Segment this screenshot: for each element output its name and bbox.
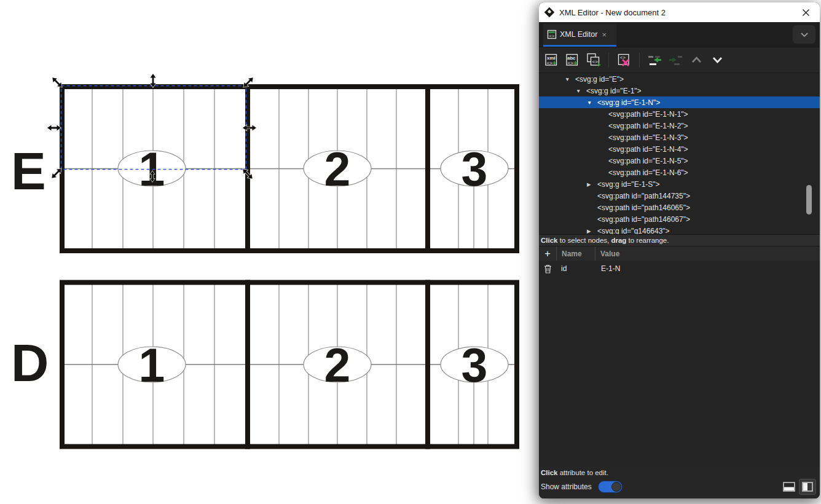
attribute-row[interactable]: id E-1-N <box>539 261 820 277</box>
tree-node[interactable]: <svg:path id="E-1-N-1"> <box>539 108 820 120</box>
tree-node[interactable]: <svg:path id="E-1-N-4"> <box>539 143 820 155</box>
tree-node-label: <svg:path id="E-1-N-2"> <box>608 122 688 130</box>
svg-text:+: + <box>597 61 600 68</box>
tree-node[interactable]: ▼<svg:g id="E"> <box>539 73 820 85</box>
dialog-title: XML Editor - New document 2 <box>559 8 666 17</box>
attribute-hint-text: Click attribute to edit. <box>539 467 820 479</box>
drawing-canvas[interactable]: 1 2 3 E <box>0 0 538 504</box>
tab-label: XML Editor <box>560 30 597 39</box>
tree-node-label: <svg:path id="E-1-N-6"> <box>608 168 688 177</box>
tree-node-label: <svg:path id="E-1-N-3"> <box>608 133 688 142</box>
plus-icon: + <box>544 248 551 259</box>
move-node-down-button[interactable] <box>709 52 726 68</box>
d-section-1-number: 1 <box>139 339 165 392</box>
svg-text:+: + <box>552 59 556 66</box>
svg-text:+: + <box>573 59 577 66</box>
show-attributes-toggle[interactable] <box>598 481 623 493</box>
horizontal-layout-button[interactable] <box>782 479 796 494</box>
show-attributes-label: Show attributes <box>541 482 592 491</box>
screen: 1 2 3 E <box>0 0 821 504</box>
d-row-label: D <box>11 334 49 392</box>
attribute-value[interactable]: E-1-N <box>595 264 820 273</box>
attributes-header: + Name Value <box>539 246 820 261</box>
tab-close-icon[interactable]: × <box>602 30 607 39</box>
svg-text:<>: <> <box>549 33 555 39</box>
e-section-2-number: 2 <box>324 143 351 195</box>
tree-node-label: <svg:g id="g146643"> <box>597 227 670 235</box>
vertical-split-icon <box>802 482 813 492</box>
dialog-footer: Show attributes <box>539 479 820 498</box>
add-attribute-button[interactable]: + <box>539 246 556 261</box>
attributes-empty-area <box>539 277 820 467</box>
tree-node-selected[interactable]: ▼<svg:g id="E-1-N"> <box>539 96 820 108</box>
tree-node-label: <svg:path id="E-1-N-1"> <box>608 110 688 119</box>
expander-icon[interactable]: ▼ <box>565 76 575 82</box>
toggle-knob <box>611 482 621 492</box>
selection-handle-w[interactable] <box>47 125 61 131</box>
e-row-label: E <box>11 142 46 200</box>
toolbar-separator <box>608 53 609 68</box>
chevron-down-icon <box>800 32 809 37</box>
tree-node-label: <svg:g id="E"> <box>575 75 624 84</box>
d-section-2-number: 2 <box>324 339 351 392</box>
new-text-node-button[interactable]: abc <> + <box>564 52 581 68</box>
unindent-node-button[interactable] <box>646 52 663 68</box>
expander-icon[interactable]: ▼ <box>576 88 586 94</box>
expander-icon[interactable]: ▼ <box>587 100 597 106</box>
tree-node-label: <svg:path id="E-1-N-5"> <box>608 157 688 165</box>
tree-node[interactable]: ▶<svg:g id="E-1-S"> <box>539 178 820 190</box>
tree-hint-text: Click to select nodes, drag to rearrange… <box>539 234 820 246</box>
tree-node-label: <svg:path id="path144735"> <box>597 192 690 200</box>
svg-text:<>: <> <box>620 55 626 60</box>
xml-editor-dialog: XML Editor - New document 2 <> XML Edito… <box>539 2 820 498</box>
close-button[interactable] <box>798 6 814 19</box>
tree-node[interactable]: <svg:path id="path146067"> <box>539 213 820 225</box>
vertical-layout-button[interactable] <box>799 479 816 495</box>
d-section-3-number: 3 <box>462 339 488 392</box>
e-section-3-number: 3 <box>462 143 488 195</box>
horizontal-split-icon <box>783 482 795 492</box>
tree-node[interactable]: <svg:path id="path146065"> <box>539 202 820 213</box>
tree-node[interactable]: <svg:path id="path144735"> <box>539 190 820 202</box>
xml-editor-tab-icon: <> <box>547 30 557 39</box>
tree-node[interactable]: <svg:path id="E-1-N-5"> <box>539 155 820 167</box>
attribute-name[interactable]: id <box>556 264 595 273</box>
close-icon <box>802 9 810 17</box>
attribute-name-header: Name <box>556 246 595 261</box>
duplicate-node-button[interactable]: <> + <box>585 52 602 68</box>
tree-node-label: <svg:g id="E-1"> <box>586 87 642 95</box>
tree-node[interactable]: <svg:path id="E-1-N-6"> <box>539 167 820 178</box>
move-node-up-button[interactable] <box>688 52 705 68</box>
tree-node[interactable]: ▶<svg:g id="g146643"> <box>539 225 820 234</box>
inkscape-logo-icon <box>544 7 555 18</box>
tree-node-label: <svg:path id="path146065"> <box>597 203 690 212</box>
attribute-value-header: Value <box>595 246 820 261</box>
dialog-titlebar[interactable]: XML Editor - New document 2 <box>539 2 820 22</box>
selection-handle-nw[interactable] <box>50 76 64 89</box>
tree-node[interactable]: ▼<svg:g id="E-1"> <box>539 85 820 96</box>
tab-xml-editor[interactable]: <> XML Editor × <box>543 24 616 47</box>
tree-node[interactable]: <svg:path id="E-1-N-2"> <box>539 120 820 132</box>
expander-icon[interactable]: ▶ <box>587 228 597 234</box>
tree-node-label: <svg:g id="E-1-N"> <box>597 98 660 107</box>
new-element-node-button[interactable]: xml <> + <box>543 52 560 68</box>
dialog-tabbar: <> XML Editor × <box>539 22 820 47</box>
svg-text:<>: <> <box>568 60 574 66</box>
tree-node-label: <svg:path id="E-1-N-4"> <box>608 145 688 154</box>
trash-icon <box>544 264 552 274</box>
delete-node-button[interactable]: <> <box>616 52 632 68</box>
xml-toolbar: xml <> + abc <> + <> + <box>539 47 820 73</box>
d-row-markers: 1 2 3 <box>118 339 508 392</box>
indent-node-button[interactable] <box>667 52 684 68</box>
expander-icon[interactable]: ▶ <box>587 181 597 187</box>
xml-node-tree[interactable]: ▼<svg:g id="E"> ▼<svg:g id="E-1"> ▼<svg:… <box>539 73 820 234</box>
toolbar-separator <box>639 53 640 68</box>
tree-node-label: <svg:g id="E-1-S"> <box>597 180 660 189</box>
tree-scrollbar-thumb[interactable] <box>806 185 812 215</box>
delete-attribute-button[interactable] <box>539 264 556 274</box>
tree-node[interactable]: <svg:path id="E-1-N-3"> <box>539 132 820 143</box>
tab-list-dropdown-button[interactable] <box>793 25 815 44</box>
svg-text:<>: <> <box>547 60 553 66</box>
tree-node-label: <svg:path id="path146067"> <box>597 215 690 224</box>
